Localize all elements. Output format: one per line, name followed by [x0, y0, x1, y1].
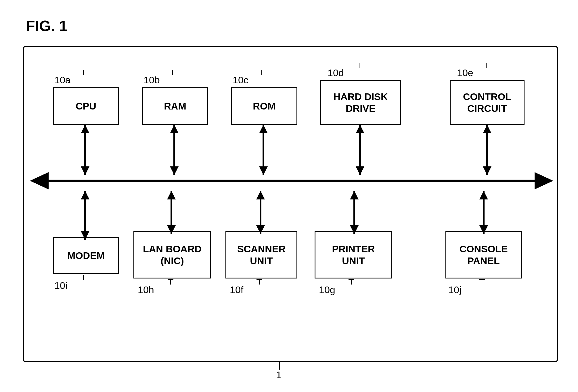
svg-marker-16 [483, 125, 491, 133]
hdd-box: HARD DISKDRIVE [320, 80, 401, 125]
svg-marker-31 [479, 191, 488, 199]
svg-marker-4 [81, 125, 89, 133]
tick-console [479, 279, 485, 285]
tick-hdd [356, 63, 362, 68]
control-circuit-box: CONTROLCIRCUIT [450, 80, 525, 125]
svg-marker-1 [30, 172, 49, 189]
console-panel-box: CONSOLEPANEL [445, 231, 522, 278]
lan-board-box: LAN BOARD(NIC) [133, 231, 211, 278]
svg-marker-19 [81, 191, 89, 199]
tick-modem [81, 275, 86, 280]
ref-10h: 10h [138, 284, 154, 295]
console-bus-arrow [478, 191, 489, 234]
ref-10i: 10i [54, 280, 67, 291]
ref-10b: 10b [143, 74, 160, 86]
tick-system [277, 362, 282, 370]
svg-marker-10 [259, 125, 268, 133]
ref-10f: 10f [230, 284, 243, 295]
modem-box: MODEM [53, 237, 119, 274]
svg-marker-23 [167, 225, 176, 234]
svg-marker-13 [356, 125, 364, 133]
cpu-bus-arrow [79, 125, 91, 175]
hdd-bus-arrow [354, 125, 366, 175]
figure-title: FIG. 1 [26, 17, 67, 34]
tick-rom [259, 70, 265, 75]
ref-10e: 10e [457, 67, 473, 78]
svg-marker-11 [259, 166, 268, 175]
tick-ram [170, 70, 175, 75]
svg-marker-7 [170, 125, 179, 133]
cc-bus-arrow [481, 125, 493, 175]
tick-scanner [257, 279, 262, 285]
system-ref-label: 1 [276, 369, 282, 381]
modem-bus-arrow [79, 191, 91, 240]
rom-bus-arrow [258, 125, 269, 175]
printer-unit-box: PRINTERUNIT [315, 231, 392, 278]
lan-bus-arrow [166, 191, 177, 234]
tick-cpu [81, 70, 86, 75]
ref-10g: 10g [319, 284, 335, 295]
svg-marker-2 [535, 172, 553, 189]
svg-marker-26 [256, 225, 265, 234]
ref-10j: 10j [448, 284, 461, 295]
ref-10d: 10d [328, 67, 344, 78]
rom-box: ROM [231, 87, 297, 125]
svg-marker-20 [81, 231, 89, 240]
svg-marker-5 [81, 166, 89, 175]
svg-marker-28 [350, 191, 359, 199]
printer-bus-arrow [349, 191, 360, 234]
scanner-unit-box: SCANNERUNIT [225, 231, 297, 278]
scanner-bus-arrow [255, 191, 266, 234]
ref-10c: 10c [233, 74, 248, 86]
tick-printer [349, 279, 354, 285]
tick-cc [483, 63, 489, 68]
svg-marker-29 [350, 225, 359, 234]
ram-bus-arrow [169, 125, 180, 175]
ref-10a: 10a [54, 74, 71, 86]
bus-arrow [30, 171, 553, 191]
page: FIG. 1 CPU RAM ROM HARD DISKDRIVE CONTRO… [0, 0, 578, 392]
svg-marker-17 [483, 166, 491, 175]
system-box: CPU RAM ROM HARD DISKDRIVE CONTROLCIRCUI… [23, 46, 558, 362]
tick-lan [168, 279, 173, 285]
svg-marker-32 [479, 225, 488, 234]
cpu-box: CPU [53, 87, 119, 125]
svg-marker-22 [167, 191, 176, 199]
ram-box: RAM [142, 87, 208, 125]
svg-marker-14 [356, 166, 364, 175]
svg-marker-25 [256, 191, 265, 199]
svg-marker-8 [170, 166, 179, 175]
